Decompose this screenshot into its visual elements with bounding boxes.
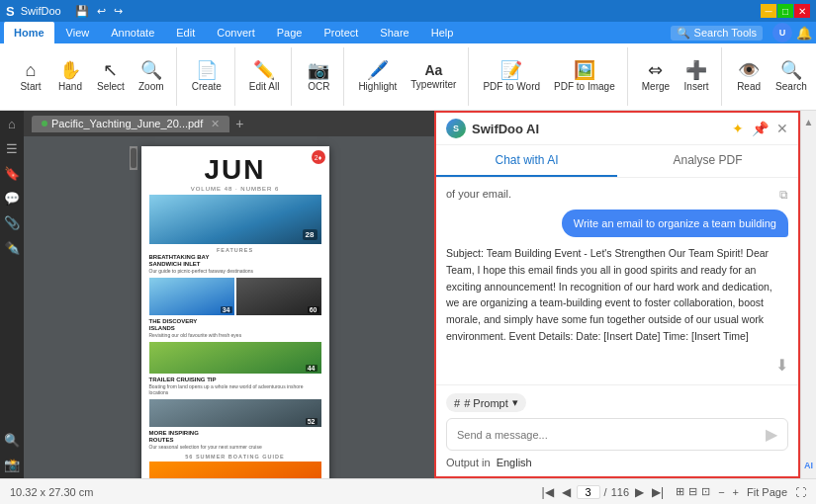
sidebar-pages-icon[interactable]: ☰ (4, 139, 20, 158)
pdf-tab-active[interactable]: Pacific_Yachting_June_20...pdf ✕ (32, 116, 229, 132)
tab-share[interactable]: Share (370, 22, 418, 43)
read-button[interactable]: 👁️ Read (730, 58, 768, 95)
close-button[interactable]: ✕ (794, 4, 810, 18)
status-bar-left: 10.32 x 27.30 cm (10, 486, 529, 498)
tab-view[interactable]: View (56, 22, 100, 43)
tab-help[interactable]: Help (421, 22, 464, 43)
insert-button[interactable]: ➕ Insert (678, 58, 715, 95)
toolbar-group-merge: ⇔ Merge ➕ Insert (630, 47, 722, 106)
start-icon: ⌂ (26, 61, 37, 79)
ai-response: Subject: Team Building Event - Let's Str… (446, 245, 788, 348)
ai-send-button[interactable]: ▶ (766, 425, 777, 444)
editall-button[interactable]: ✏️ Edit All (243, 58, 286, 95)
status-zoom-in[interactable]: + (733, 486, 739, 498)
pdf-header: JUN (149, 154, 321, 186)
ai-pin-icon[interactable]: 📌 (752, 121, 769, 136)
pdf-area: Pacific_Yachting_June_20...pdf ✕ + 2♦ JU… (24, 111, 434, 478)
pdf-tab-name: Pacific_Yachting_June_20...pdf (51, 118, 203, 129)
status-bar-right: ⊞ ⊟ ⊡ − + Fit Page ⛶ (676, 485, 806, 498)
search-button[interactable]: 🔍 Search (770, 58, 813, 95)
start-button[interactable]: ⌂ Start (12, 58, 49, 95)
read-icon: 👁️ (738, 61, 760, 79)
pdf-article-4: MORE INSPIRINGROUTES Our seasonal select… (149, 430, 321, 451)
status-double-page-icon[interactable]: ⊟ (688, 485, 697, 498)
ai-tab-chat[interactable]: Chat with AI (436, 145, 617, 177)
pdf-to-image-button[interactable]: 🖼️ PDF to Image (548, 58, 621, 95)
pdf-viewer: 2♦ JUN VOLUME 48 · NUMBER 6 28 FEATURES … (24, 136, 434, 478)
maximize-button[interactable]: □ (777, 4, 793, 18)
user-avatar[interactable]: U (772, 23, 792, 42)
status-scroll-icon[interactable]: ⊡ (701, 485, 710, 498)
ai-tab-analyse[interactable]: Analyse PDF (617, 145, 798, 177)
hand-icon: ✋ (59, 61, 81, 79)
quick-access-save[interactable]: 💾 (75, 5, 89, 18)
status-fit-mode[interactable]: Fit Page (747, 486, 787, 498)
sidebar-right-scroll-up[interactable]: ▲ (804, 117, 814, 127)
sidebar-home-icon[interactable]: ⌂ (6, 115, 18, 133)
ai-input-area: # # Prompt ▾ ▶ Output in English (436, 384, 798, 476)
tab-annotate[interactable]: Annotate (101, 22, 164, 43)
ai-output-row: Output in English (446, 457, 788, 468)
sidebar-camera-icon[interactable]: 📸 (2, 456, 22, 474)
pdf-tab-close[interactable]: ✕ (211, 118, 220, 130)
ai-logo: S (446, 119, 466, 138)
sidebar-signature-icon[interactable]: ✒️ (2, 238, 22, 257)
status-zoom-out[interactable]: − (718, 486, 724, 498)
notifications-icon[interactable]: 🔔 (796, 26, 812, 41)
create-button[interactable]: 📄 Create (185, 58, 228, 95)
pdf-to-word-button[interactable]: 📝 PDF to Word (477, 58, 546, 95)
highlight-button[interactable]: 🖊️ Highlight (352, 58, 403, 95)
sidebar-right-ai-icon[interactable]: AI (804, 461, 813, 470)
ai-message-input[interactable] (457, 429, 760, 441)
tab-page[interactable]: Page (267, 22, 313, 43)
pdf-article-2: THE DISCOVERYISLANDS Revisiting our old … (149, 318, 321, 339)
quick-access-redo[interactable]: ↪ (114, 5, 123, 18)
page-number-input[interactable] (577, 485, 600, 499)
sidebar-attachment-icon[interactable]: 📎 (2, 213, 22, 232)
ocr-icon: 📷 (308, 61, 329, 79)
status-total-pages: 116 (611, 486, 629, 498)
hand-button[interactable]: ✋ Hand (51, 58, 89, 95)
select-button[interactable]: ↖ Select (91, 58, 131, 95)
ai-output-language: English (497, 457, 532, 468)
quick-access-undo[interactable]: ↩ (97, 5, 106, 18)
highlight-icon: 🖊️ (367, 61, 389, 79)
ribbon-search[interactable]: 🔍 Search Tools (671, 26, 763, 41)
pdf-article-1: BREATHTAKING BAYSANDWICH INLET Our guide… (149, 254, 321, 275)
ocr-button[interactable]: 📷 OCR (300, 58, 337, 95)
toolbar-group-convert: 📝 PDF to Word 🖼️ PDF to Image (471, 47, 627, 106)
pdf-boat-image: 52 (149, 399, 321, 427)
nav-last-page[interactable]: ▶| (650, 485, 666, 499)
nav-first-page[interactable]: |◀ (539, 485, 555, 499)
status-single-page-icon[interactable]: ⊞ (676, 485, 684, 498)
select-icon: ↖ (103, 61, 118, 79)
ai-copy-icon[interactable]: ⧉ (779, 188, 788, 202)
sidebar-search-left-icon[interactable]: 🔍 (2, 431, 22, 450)
nav-next-page[interactable]: ▶ (633, 485, 646, 499)
toolbar-group-read: 👁️ Read 🔍 Search (724, 47, 816, 106)
tab-edit[interactable]: Edit (166, 22, 205, 43)
pdf-section-summer: 56 SUMMER BOATING GUIDE (149, 454, 321, 460)
ai-header-icons: ✦ 📌 ✕ (732, 121, 788, 136)
minimize-button[interactable]: ─ (761, 4, 776, 18)
tab-protect[interactable]: Protect (314, 22, 368, 43)
ai-scroll-down-icon[interactable]: ⬇ (775, 356, 788, 375)
merge-button[interactable]: ⇔ Merge (636, 58, 676, 95)
tab-home[interactable]: Home (4, 22, 54, 43)
sidebar-comment-icon[interactable]: 💬 (2, 189, 22, 208)
ai-star-icon[interactable]: ✦ (732, 121, 744, 136)
typewriter-button[interactable]: Aa Typewriter (405, 58, 462, 95)
tab-convert[interactable]: Convert (207, 22, 265, 43)
ai-close-icon[interactable]: ✕ (776, 121, 788, 136)
status-bar: 10.32 x 27.30 cm |◀ ◀ / 116 ▶ ▶| ⊞ ⊟ ⊡ −… (0, 478, 816, 504)
pdf-scroll-bar[interactable] (130, 146, 137, 170)
zoom-button[interactable]: 🔍 Zoom (133, 58, 170, 95)
status-fullscreen-icon[interactable]: ⛶ (795, 486, 806, 498)
sidebar-bookmark-icon[interactable]: 🔖 (2, 164, 22, 183)
sidebar-left: ⌂ ☰ 🔖 💬 📎 ✒️ 🔍 📸 (0, 111, 24, 478)
nav-prev-page[interactable]: ◀ (560, 485, 573, 499)
pdf-page: 2♦ JUN VOLUME 48 · NUMBER 6 28 FEATURES … (141, 146, 329, 478)
toolbar-group-create: 📄 Create (179, 47, 235, 106)
ai-prompt-button[interactable]: # # Prompt ▾ (446, 393, 526, 412)
pdf-add-tab-button[interactable]: + (235, 116, 243, 131)
